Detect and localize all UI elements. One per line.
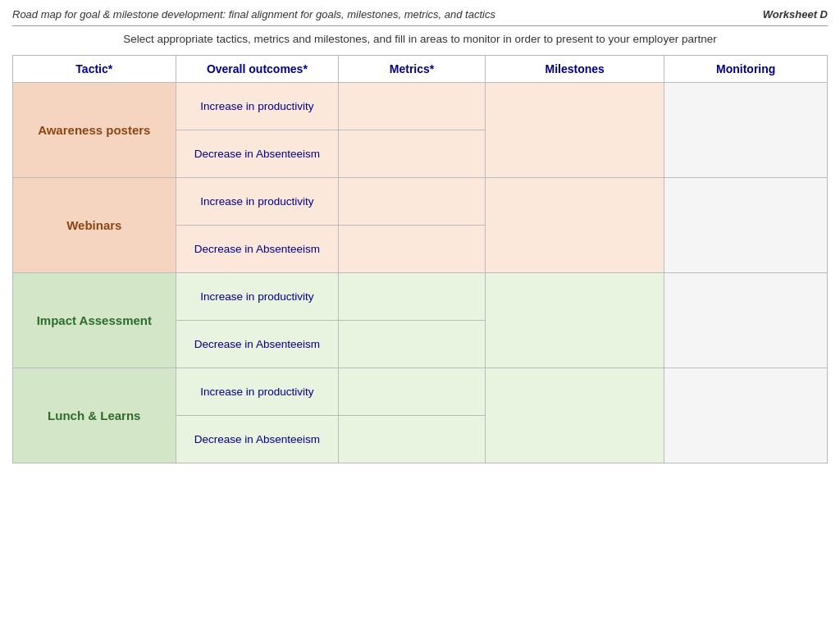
milestones-cell[interactable]	[485, 273, 664, 368]
main-table: Tactic* Overall outcomes* Metrics* Miles…	[12, 55, 828, 463]
metrics-cell[interactable]	[339, 416, 486, 463]
monitoring-cell[interactable]	[664, 273, 828, 368]
outcome-cell: Decrease in Absenteeism	[176, 416, 339, 463]
header-outcomes: Overall outcomes*	[176, 56, 339, 83]
table-row: Lunch & LearnsIncrease in productivity	[13, 368, 828, 416]
document-title: Road map for goal & milestone developmen…	[12, 8, 495, 21]
milestones-cell[interactable]	[485, 178, 664, 273]
tactic-cell: Awareness posters	[13, 83, 176, 178]
header-tactic: Tactic*	[13, 56, 176, 83]
outcome-cell: Decrease in Absenteeism	[176, 130, 339, 178]
header-milestones: Milestones	[485, 56, 664, 83]
outcome-cell: Increase in productivity	[176, 273, 339, 321]
metrics-cell[interactable]	[339, 178, 486, 226]
subtitle: Select appropriate tactics, metrics and …	[12, 33, 828, 45]
top-bar: Road map for goal & milestone developmen…	[12, 8, 828, 26]
tactic-cell: Impact Assessment	[13, 273, 176, 368]
header-metrics: Metrics*	[339, 56, 486, 83]
metrics-cell[interactable]	[339, 368, 486, 416]
header-monitoring: Monitoring	[664, 56, 828, 83]
milestones-cell[interactable]	[485, 83, 664, 178]
milestones-cell[interactable]	[485, 368, 664, 463]
metrics-cell[interactable]	[339, 321, 486, 368]
outcome-cell: Decrease in Absenteeism	[176, 321, 339, 368]
tactic-cell: Lunch & Learns	[13, 368, 176, 463]
monitoring-cell[interactable]	[664, 368, 828, 463]
table-row: Impact AssessmentIncrease in productivit…	[13, 273, 828, 321]
monitoring-cell[interactable]	[664, 83, 828, 178]
table-row: WebinarsIncrease in productivity	[13, 178, 828, 226]
outcome-cell: Increase in productivity	[176, 368, 339, 416]
outcome-cell: Increase in productivity	[176, 178, 339, 226]
metrics-cell[interactable]	[339, 130, 486, 178]
tactic-cell: Webinars	[13, 178, 176, 273]
metrics-cell[interactable]	[339, 226, 486, 273]
metrics-cell[interactable]	[339, 83, 486, 130]
table-row: Awareness postersIncrease in productivit…	[13, 83, 828, 130]
worksheet-label: Worksheet D	[763, 8, 828, 21]
monitoring-cell[interactable]	[664, 178, 828, 273]
metrics-cell[interactable]	[339, 273, 486, 321]
outcome-cell: Increase in productivity	[176, 83, 339, 130]
outcome-cell: Decrease in Absenteeism	[176, 226, 339, 273]
